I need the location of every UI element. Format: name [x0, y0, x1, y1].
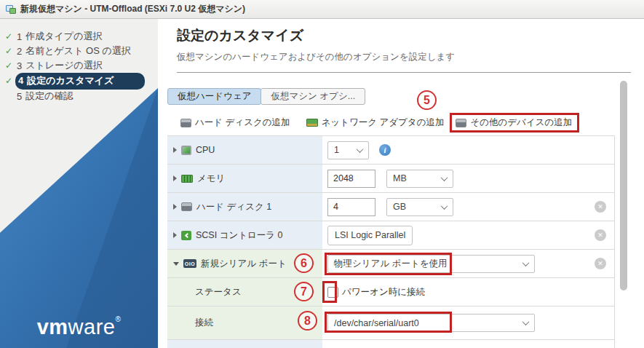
row-serial-port: 6 新規シリアル ポート 物理シリアル ポートを使用	[167, 250, 614, 278]
page-title: 設定のカスタマイズ	[177, 26, 631, 45]
add-other-device-button[interactable]: その他のデバイスの追加	[456, 116, 572, 129]
hard-disk-label: ハード ディスク 1	[196, 201, 271, 213]
row-serial-status: 7 ステータス パワーオン時に接続	[167, 278, 614, 307]
page-subtitle: 仮想マシンのハードウェアおよびその他のオプションを設定します	[177, 51, 631, 63]
step-label: 名前とゲスト OS の選択	[25, 44, 131, 58]
row-hard-disk-1: ハード ディスク 1 GB	[167, 193, 614, 221]
info-icon[interactable]	[379, 144, 391, 156]
hard-disk-icon	[180, 119, 191, 127]
serial-port-icon	[183, 259, 196, 268]
scsi-row-header[interactable]: SCSI コントローラ 0	[167, 221, 322, 249]
memory-icon	[181, 175, 193, 183]
check-icon: ✓	[5, 60, 15, 71]
chevron-down-icon	[441, 202, 448, 210]
serial-device-value: /dev/char/serial/uart0	[334, 318, 419, 328]
window-title: 新規仮想マシン - UTM-Offload (ESXi 7.0 U2 仮想マシン…	[20, 3, 245, 15]
check-icon: ✓	[5, 46, 15, 56]
add-network-adapter-button[interactable]: ネットワーク アダプタの追加	[306, 116, 445, 129]
cpu-row-header[interactable]: CPU	[167, 136, 322, 164]
scsi-controller-icon	[181, 231, 191, 240]
disk-unit-value: GB	[393, 202, 406, 212]
cpu-count-select[interactable]: 1	[327, 141, 369, 159]
step-label: 設定のカスタマイズ	[27, 74, 114, 87]
expand-arrow-icon[interactable]	[173, 232, 177, 238]
sidebar-step-storage[interactable]: ✓ 3ストレージの選択	[0, 58, 158, 73]
serial-device-combo[interactable]: /dev/char/serial/uart0	[327, 314, 535, 332]
window-titlebar: 新規仮想マシン - UTM-Offload (ESXi 7.0 U2 仮想マシン…	[0, 0, 644, 19]
add-hard-disk-button[interactable]: ハード ディスクの追加	[180, 116, 290, 129]
expand-arrow-icon[interactable]	[173, 204, 177, 210]
hard-disk-icon	[181, 202, 192, 211]
chevron-down-icon	[357, 146, 364, 153]
header-divider	[177, 72, 631, 73]
wizard-steps: ✓ 1作成タイプの選択 ✓ 2名前とゲスト OS の選択 ✓ 3ストレージの選択…	[0, 19, 158, 103]
expand-arrow-icon[interactable]	[173, 175, 177, 181]
row-cpu: CPU 1	[167, 136, 614, 165]
memory-row-header[interactable]: メモリ	[167, 165, 322, 192]
chevron-down-icon	[441, 174, 448, 181]
annotation-circle-7: 7	[294, 282, 314, 301]
settings-tabs: 仮想ハードウェア 仮想マシン オプシ...	[167, 88, 644, 105]
step-number: 1	[17, 31, 22, 42]
cpu-icon	[181, 146, 191, 155]
disk-size-input[interactable]	[327, 198, 375, 216]
row-network-adapter-1: ネットワーク アダプタ 1 接続	[167, 340, 614, 348]
memory-unit-select[interactable]: MB	[386, 170, 453, 188]
chevron-down-icon	[522, 318, 530, 325]
serial-port-label: 新規シリアル ポート	[201, 258, 287, 270]
annotation-circle-5: 5	[417, 90, 437, 110]
sidebar-step-name-os[interactable]: ✓ 2名前とゲスト OS の選択	[0, 44, 158, 58]
expand-arrow-icon[interactable]	[173, 147, 177, 153]
wizard-sidebar: ✓ 1作成タイプの選択 ✓ 2名前とゲスト OS の選択 ✓ 3ストレージの選択…	[0, 19, 158, 348]
hardware-table: CPU 1 メモリ	[167, 135, 615, 348]
remove-device-icon[interactable]	[595, 201, 606, 213]
sidebar-step-confirm[interactable]: 5設定の確認	[0, 89, 158, 103]
sidebar-step-create-type[interactable]: ✓ 1作成タイプの選択	[0, 29, 158, 44]
step-number: 4	[18, 75, 23, 86]
add-hard-disk-label: ハード ディスクの追加	[195, 116, 290, 129]
row-scsi-controller: SCSI コントローラ 0 LSI Logic Parallel	[167, 221, 614, 250]
cpu-label: CPU	[196, 145, 215, 155]
scsi-type-select[interactable]: LSI Logic Parallel	[327, 226, 413, 245]
sidebar-step-customize-settings[interactable]: ✓ 4設定のカスタマイズ	[0, 73, 158, 89]
scsi-label: SCSI コントローラ 0	[196, 229, 283, 242]
cpu-count-value: 1	[334, 145, 339, 155]
annotation-box-5: その他のデバイスの追加	[450, 113, 579, 133]
annotation-circle-6: 6	[294, 253, 314, 273]
network-adapter-row-header[interactable]: ネットワーク アダプタ 1	[167, 340, 322, 348]
step-label: ストレージの選択	[25, 59, 103, 72]
tab-virtual-hardware[interactable]: 仮想ハードウェア	[167, 88, 261, 105]
wizard-main-panel: 設定のカスタマイズ 仮想マシンのハードウェアおよびその他のオプションを設定します…	[158, 19, 644, 348]
hard-disk-row-header[interactable]: ハード ディスク 1	[167, 193, 322, 221]
status-label: ステータス	[195, 286, 242, 298]
serial-port-type-select[interactable]: 物理シリアル ポートを使用	[327, 255, 535, 273]
remove-device-icon[interactable]	[595, 229, 606, 241]
memory-size-input[interactable]	[327, 170, 375, 188]
step-number: 2	[17, 46, 22, 57]
vmware-logo: vmware®	[0, 315, 158, 339]
vertical-scrollbar[interactable]	[620, 81, 627, 290]
connect-at-power-on-label: パワーオン時に接続	[342, 286, 425, 298]
network-adapter-icon	[306, 119, 318, 127]
remove-device-icon[interactable]	[595, 258, 606, 269]
page-header: 設定のカスタマイズ 仮想マシンのハードウェアおよびその他のオプションを設定します	[177, 26, 631, 73]
connection-label: 接続	[195, 317, 213, 329]
serial-port-type-value: 物理シリアル ポートを使用	[334, 258, 448, 270]
check-icon: ✓	[5, 31, 15, 41]
step-label: 設定の確認	[25, 90, 73, 103]
tab-vm-options[interactable]: 仮想マシン オプシ...	[261, 88, 365, 105]
add-other-device-label: その他のデバイスの追加	[470, 116, 572, 129]
scsi-type-value: LSI Logic Parallel	[335, 230, 405, 240]
step-number: 5	[17, 91, 22, 102]
connect-at-power-on-checkbox[interactable]	[327, 287, 338, 298]
memory-label: メモリ	[197, 173, 225, 185]
disk-unit-select[interactable]: GB	[386, 198, 453, 216]
check-icon: ✓	[5, 76, 15, 86]
new-vm-window-icon	[6, 5, 16, 14]
add-network-adapter-label: ネットワーク アダプタの追加	[322, 116, 445, 129]
collapse-arrow-icon[interactable]	[173, 262, 179, 266]
chevron-down-icon	[522, 259, 530, 266]
row-serial-connection: 8 接続 /dev/char/serial/uart0	[167, 307, 614, 340]
memory-unit-value: MB	[393, 173, 407, 183]
row-memory: メモリ MB	[167, 165, 614, 193]
